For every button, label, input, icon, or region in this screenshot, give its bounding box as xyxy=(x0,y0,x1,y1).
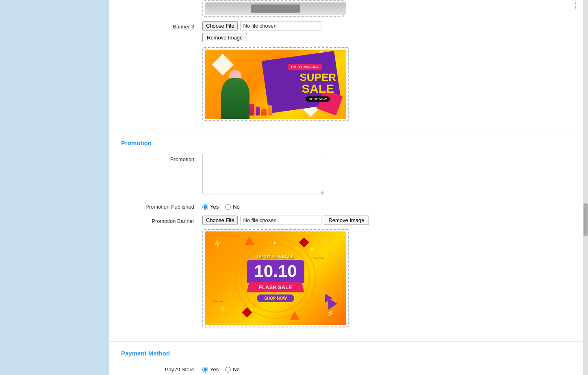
payment-method-section: Payment Method Pay At Store Yes No xyxy=(109,342,583,375)
pay-at-store-yes-radio[interactable] xyxy=(202,367,208,373)
promotion-banner-control: Choose File No file chosen Remove Image … xyxy=(202,216,571,327)
promotion-published-radio-group: Yes No xyxy=(202,201,571,210)
banner3-control: Choose File No file chosen Remove Image xyxy=(202,21,571,121)
main-content: Banner 3 Choose File No file chosen Remo… xyxy=(109,0,583,375)
promotion-control xyxy=(202,154,571,196)
promotion-published-no-label: No xyxy=(233,204,240,210)
banner3-row: Banner 3 Choose File No file chosen Remo… xyxy=(121,21,571,121)
promo-orange-tri-1 xyxy=(245,236,254,245)
lightning-1: ⚡ xyxy=(210,237,224,251)
pay-at-store-yes-label: Yes xyxy=(210,366,219,373)
promo-purple-tri-2 xyxy=(325,294,332,303)
promo-shop-now-label: SHOP NOW xyxy=(257,294,294,302)
b3-person-figure xyxy=(221,70,250,119)
b3-super-label: SUPER xyxy=(299,72,336,83)
promotion-banner-file-name: No file chosen xyxy=(240,216,321,225)
b3-cosmetics xyxy=(250,104,272,116)
promotion-banner-remove-image-button[interactable]: Remove Image xyxy=(324,216,369,225)
promotion-row: Promotion xyxy=(121,154,571,196)
pay-at-store-row: Pay At Store Yes No xyxy=(121,364,571,373)
banner3-image-preview: UP TO 75% OFF SUPER SALE SHOP NOW xyxy=(205,50,346,119)
top-partial-section: Banner 3 Choose File No file chosen Remo… xyxy=(109,0,583,131)
promotion-published-yes-label: Yes xyxy=(210,204,219,210)
star-2: ✦ xyxy=(250,307,253,312)
pay-at-store-no-option[interactable]: No xyxy=(225,366,240,373)
lightning-5: ⚡ xyxy=(331,250,339,257)
pay-at-store-radio-group: Yes No xyxy=(202,364,571,373)
banner3-file-input-wrapper: Choose File No file chosen xyxy=(202,21,571,31)
promotion-banner-preview-wrapper: ⚡ ⚡ ⚡ ⚡ ⚡ 〜〜 xyxy=(202,229,349,327)
b3-sale-badge: UP TO 75% OFF xyxy=(287,64,322,70)
promo-up-to-label: UP TO 70% SALE xyxy=(247,254,304,259)
wavy-1: 〜〜 xyxy=(212,298,223,305)
promotion-label: Promotion xyxy=(121,154,202,162)
pay-at-store-label: Pay At Store xyxy=(121,364,202,373)
promotion-banner-label: Promotion Banner xyxy=(121,216,202,224)
b3-super-sale-text: SUPER SALE SHOP NOW xyxy=(299,72,336,102)
pay-at-store-no-label: No xyxy=(233,366,240,373)
scrollbar[interactable] xyxy=(583,0,588,375)
promotion-section-title: Promotion xyxy=(121,140,571,146)
pay-at-store-yes-option[interactable]: Yes xyxy=(202,366,219,373)
promotion-banner-preview: ⚡ ⚡ ⚡ ⚡ ⚡ 〜〜 xyxy=(205,231,346,325)
promo-inner: ⚡ ⚡ ⚡ ⚡ ⚡ 〜〜 xyxy=(205,231,346,325)
promotion-textarea[interactable] xyxy=(202,154,324,194)
banner3-image-preview-wrapper: UP TO 75% OFF SUPER SALE SHOP NOW xyxy=(202,47,349,121)
promotion-published-yes-radio[interactable] xyxy=(202,204,208,210)
promotion-published-label: Promotion Published xyxy=(121,201,202,210)
right-partial-dashed xyxy=(495,0,576,10)
promotion-published-row: Promotion Published Yes No xyxy=(121,201,571,210)
banner3-label: Banner 3 xyxy=(121,21,202,30)
scrollbar-thumb[interactable] xyxy=(584,203,588,236)
promotion-published-control: Yes No xyxy=(202,201,571,210)
promotion-published-no-radio[interactable] xyxy=(225,204,231,210)
banner3-file-name: No file chosen xyxy=(240,21,321,31)
promotion-banner-choose-file-button[interactable]: Choose File xyxy=(202,216,238,225)
star-3: ✦ xyxy=(310,247,314,252)
promotion-published-yes-option[interactable]: Yes xyxy=(202,204,219,210)
pay-at-store-control: Yes No xyxy=(202,364,571,373)
lightning-2: ⚡ xyxy=(322,235,332,246)
banner3-remove-image-button[interactable]: Remove Image xyxy=(202,33,247,42)
wavy-2: 〜〜 xyxy=(312,255,324,262)
promotion-published-no-option[interactable]: No xyxy=(225,204,240,210)
promotion-banner-file-wrapper: Choose File No file chosen Remove Image xyxy=(202,216,571,225)
promo-flash-sale-label: FLASH SALE xyxy=(247,282,304,292)
promo-main-content: UP TO 70% SALE 10.10 FLASH SALE SHOP NOW xyxy=(247,254,304,302)
sidebar xyxy=(0,0,109,375)
b3-shop-now: SHOP NOW xyxy=(306,96,330,102)
banner3-choose-file-button[interactable]: Choose File xyxy=(202,21,238,31)
payment-method-title: Payment Method xyxy=(121,350,571,357)
promotion-section: Promotion Promotion Promotion Published … xyxy=(109,131,583,342)
pay-at-store-no-radio[interactable] xyxy=(225,367,231,373)
promo-orange-tri-2 xyxy=(290,311,299,320)
promo-1010-label: 10.10 xyxy=(247,260,304,282)
b3-sale-label: SALE xyxy=(299,83,336,95)
promotion-banner-row: Promotion Banner Choose File No file cho… xyxy=(121,216,571,327)
star-1: ✦ xyxy=(273,240,277,246)
